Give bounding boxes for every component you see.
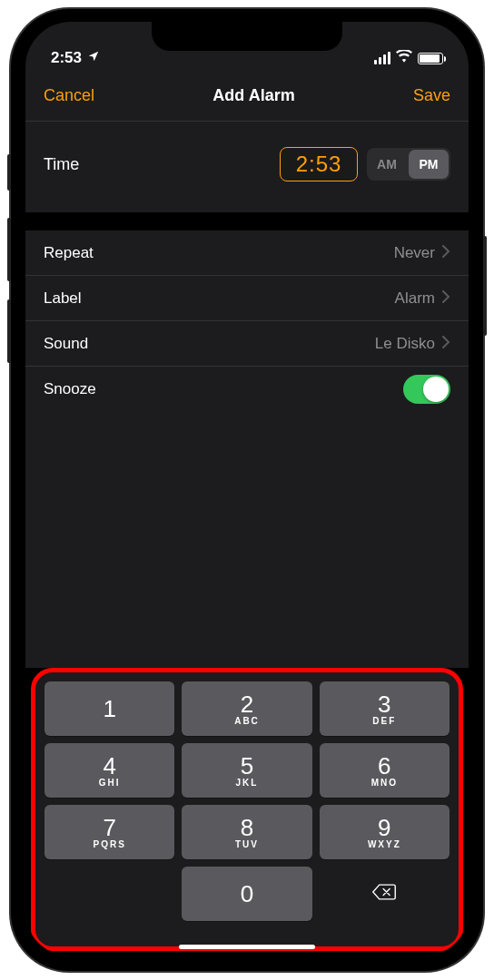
phone-frame: 2:53 Cancel Add Alarm Save T: [11, 9, 483, 971]
label-row[interactable]: Label Alarm: [25, 276, 469, 321]
content: Time 2:53 AM PM Repeat Never: [25, 122, 469, 956]
key-sub: TUV: [235, 839, 259, 849]
key-sub: DEF: [372, 716, 396, 726]
cellular-signal-icon: [374, 52, 390, 64]
key-blank: [44, 867, 174, 921]
chevron-right-icon: [442, 336, 450, 352]
repeat-label: Repeat: [44, 244, 94, 262]
key-9[interactable]: 9 WXYZ: [320, 805, 450, 859]
time-value: 2:53: [296, 152, 342, 176]
key-num: 2: [241, 692, 253, 716]
snooze-label: Snooze: [44, 380, 96, 398]
ampm-toggle[interactable]: AM PM: [367, 148, 450, 181]
key-sub: PQRS: [93, 839, 125, 849]
key-4[interactable]: 4 GHI: [44, 743, 174, 798]
sound-label: Sound: [44, 335, 88, 353]
location-arrow-icon: [87, 49, 100, 67]
spacer: [25, 412, 469, 668]
pm-button[interactable]: PM: [409, 150, 449, 179]
label-row-label: Label: [44, 289, 82, 308]
wifi-icon: [396, 49, 412, 67]
sound-value: Le Disko: [375, 335, 435, 353]
snooze-row: Snooze: [25, 367, 469, 412]
key-6[interactable]: 6 MNO: [320, 743, 450, 798]
key-sub: ABC: [234, 716, 260, 726]
key-num: 9: [378, 816, 390, 839]
chevron-right-icon: [442, 290, 450, 307]
volume-up-button[interactable]: [7, 218, 11, 281]
repeat-value: Never: [394, 244, 435, 262]
time-row: Time 2:53 AM PM: [25, 122, 469, 212]
save-button[interactable]: Save: [413, 86, 450, 105]
key-8[interactable]: 8 TUV: [182, 805, 311, 859]
key-sub: WXYZ: [368, 839, 401, 849]
volume-down-button[interactable]: [7, 299, 11, 363]
key-2[interactable]: 2 ABC: [182, 681, 311, 736]
battery-icon: [418, 53, 443, 64]
page-title: Add Alarm: [212, 86, 294, 105]
repeat-row[interactable]: Repeat Never: [25, 230, 469, 276]
key-num: 4: [103, 754, 115, 778]
numeric-keypad: 1 2 ABC 3 DEF 4 GHI: [44, 681, 450, 921]
status-time: 2:53: [51, 49, 82, 67]
am-button[interactable]: AM: [367, 148, 407, 181]
key-sub: MNO: [371, 778, 398, 788]
screen: 2:53 Cancel Add Alarm Save T: [25, 22, 469, 956]
settings-list: Repeat Never Label Alarm: [25, 230, 469, 412]
power-button[interactable]: [483, 236, 487, 336]
key-5[interactable]: 5 JKL: [182, 743, 311, 798]
mute-switch[interactable]: [7, 154, 11, 191]
key-1[interactable]: 1: [44, 681, 174, 736]
label-row-value: Alarm: [395, 289, 435, 308]
numeric-keypad-highlight: 1 2 ABC 3 DEF 4 GHI: [31, 668, 463, 951]
key-3[interactable]: 3 DEF: [320, 681, 450, 736]
key-num: 1: [103, 697, 115, 720]
notch: [152, 22, 342, 51]
home-indicator[interactable]: [179, 945, 315, 949]
key-num: 0: [241, 882, 253, 906]
key-num: 7: [103, 816, 115, 839]
nav-bar: Cancel Add Alarm Save: [25, 71, 469, 122]
key-7[interactable]: 7 PQRS: [44, 805, 174, 859]
key-num: 6: [378, 754, 390, 778]
backspace-key[interactable]: [320, 867, 450, 921]
key-sub: GHI: [99, 778, 121, 788]
time-input[interactable]: 2:53: [280, 147, 358, 181]
sound-row[interactable]: Sound Le Disko: [25, 321, 469, 367]
key-num: 5: [241, 754, 253, 778]
key-sub: JKL: [236, 778, 259, 788]
key-num: 3: [378, 692, 390, 716]
cancel-button[interactable]: Cancel: [44, 86, 94, 105]
time-label: Time: [44, 155, 79, 174]
chevron-right-icon: [442, 245, 450, 261]
key-0[interactable]: 0: [182, 867, 311, 921]
section-gap: [25, 212, 469, 230]
key-num: 8: [241, 816, 253, 839]
snooze-toggle[interactable]: [403, 375, 450, 404]
backspace-icon: [371, 883, 397, 905]
